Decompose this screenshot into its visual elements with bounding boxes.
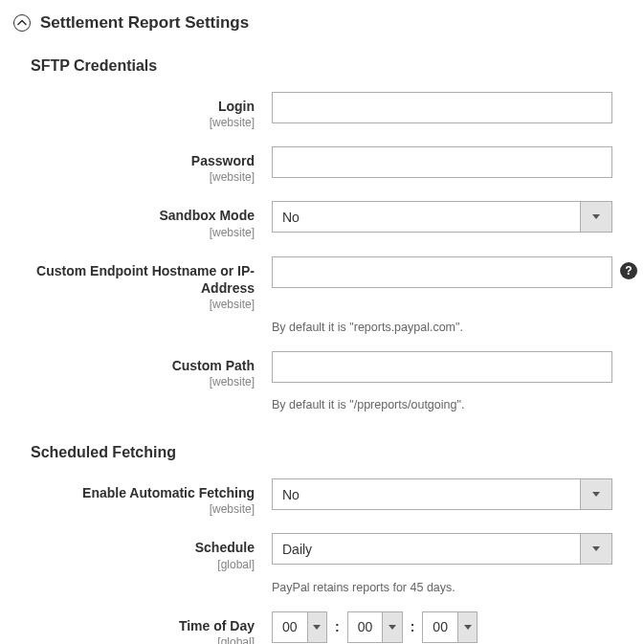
help-icon[interactable]: ?: [620, 262, 637, 279]
time-ss-select[interactable]: 00: [422, 611, 477, 643]
scope-password: [website]: [31, 170, 255, 184]
time-hh-value: 00: [273, 612, 307, 642]
field-custom-path: Custom Path [website]: [13, 351, 631, 389]
label-time-of-day: Time of Day: [31, 617, 255, 634]
note-endpoint: By default it is "reports.paypal.com".: [272, 317, 463, 334]
time-sep-2: :: [411, 619, 415, 634]
chevron-down-icon: [457, 612, 477, 642]
schedule-select[interactable]: Daily: [272, 533, 612, 565]
time-ss-value: 00: [423, 612, 457, 642]
section-title: Settlement Report Settings: [40, 13, 249, 33]
custom-path-input[interactable]: [272, 351, 612, 383]
field-auto-fetch: Enable Automatic Fetching [website] No: [13, 478, 631, 516]
label-password: Password: [31, 152, 255, 169]
schedule-select-value: Daily: [273, 534, 580, 564]
label-auto-fetch: Enable Automatic Fetching: [31, 484, 255, 501]
label-endpoint: Custom Endpoint Hostname or IP-Address: [31, 262, 255, 297]
chevron-down-icon: [580, 202, 611, 232]
auto-fetch-select[interactable]: No: [272, 478, 612, 510]
scope-auto-fetch: [website]: [31, 502, 255, 516]
scope-time-of-day: [global]: [31, 635, 255, 644]
sandbox-select[interactable]: No: [272, 201, 612, 233]
scope-endpoint: [website]: [31, 298, 255, 311]
chevron-down-icon: [382, 612, 401, 642]
field-login: Login [website]: [13, 92, 631, 129]
scope-sandbox: [website]: [31, 226, 255, 239]
field-schedule: Schedule [global] Daily: [13, 533, 631, 570]
time-group: 00 : 00 : 00: [272, 611, 477, 643]
note-custom-path: By default it is "/ppreports/outgoing".: [272, 394, 464, 411]
field-time-of-day: Time of Day [global] 00 : 00 : 00: [13, 611, 631, 645]
chevron-down-icon: [307, 612, 326, 642]
note-endpoint-row: By default it is "reports.paypal.com".: [13, 317, 631, 334]
field-sandbox: Sandbox Mode [website] No: [13, 201, 631, 238]
group-title-fetch: Scheduled Fetching: [31, 444, 631, 461]
field-password: Password [website]: [13, 146, 631, 184]
chevron-down-icon: [580, 534, 611, 564]
endpoint-input[interactable]: [272, 256, 612, 288]
label-login: Login: [31, 98, 255, 115]
login-input[interactable]: [272, 92, 612, 123]
auto-fetch-select-value: No: [273, 479, 580, 509]
chevron-down-icon: [580, 479, 611, 509]
section-header: Settlement Report Settings: [13, 13, 631, 33]
label-schedule: Schedule: [31, 539, 255, 556]
field-endpoint: Custom Endpoint Hostname or IP-Address […: [13, 256, 631, 311]
note-schedule: PayPal retains reports for 45 days.: [272, 577, 455, 594]
time-mm-select[interactable]: 00: [347, 611, 403, 643]
scope-schedule: [global]: [31, 558, 255, 571]
scope-login: [website]: [31, 116, 255, 129]
group-title-sftp: SFTP Credentials: [31, 57, 631, 75]
note-schedule-row: PayPal retains reports for 45 days.: [13, 577, 631, 594]
sandbox-select-value: No: [273, 202, 580, 232]
label-sandbox: Sandbox Mode: [31, 207, 255, 224]
label-custom-path: Custom Path: [31, 357, 255, 374]
collapse-icon[interactable]: [13, 14, 31, 32]
scope-custom-path: [website]: [31, 375, 255, 389]
time-sep-1: :: [335, 619, 340, 634]
note-custom-path-row: By default it is "/ppreports/outgoing".: [13, 394, 631, 411]
time-hh-select[interactable]: 00: [272, 611, 327, 643]
password-input[interactable]: [272, 146, 612, 178]
time-mm-value: 00: [348, 612, 383, 642]
